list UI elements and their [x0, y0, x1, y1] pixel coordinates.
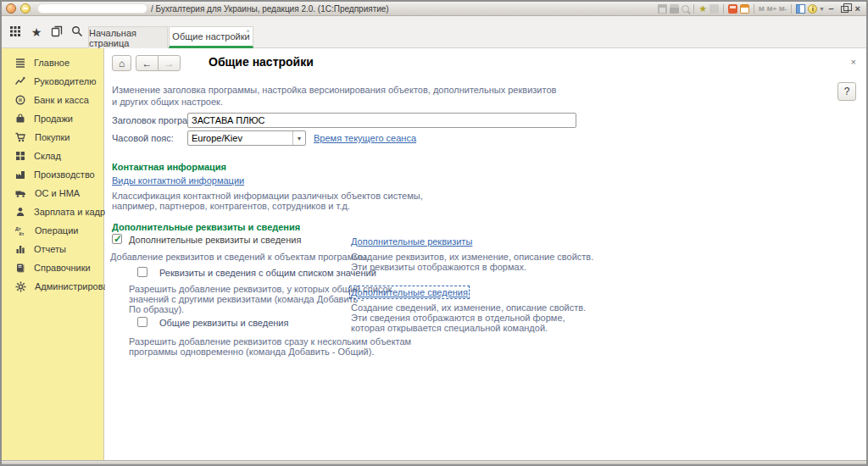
forward-arrow-icon: →	[164, 58, 175, 69]
page-description: Изменение заголовка программы, настройка…	[112, 84, 556, 108]
additional-attributes-desc: Создание реквизитов, их изменение, описа…	[351, 252, 593, 272]
common-attrs-checkbox[interactable]: ✓	[137, 317, 147, 327]
common-attrs-hint: Разрешить добавление реквизитов сразу к …	[129, 336, 411, 357]
back-arrow-icon: ←	[142, 58, 153, 69]
divider	[754, 4, 754, 14]
split-window-icon[interactable]	[796, 4, 805, 14]
calendar-icon[interactable]	[740, 4, 749, 14]
print-icon[interactable]	[670, 4, 679, 14]
search-icon[interactable]	[71, 25, 85, 39]
window-bottom-border	[2, 460, 866, 464]
sidebar-item-manager[interactable]: Руководителю	[2, 72, 104, 91]
timezone-dropdown-button[interactable]: ▾	[292, 131, 305, 145]
save-icon[interactable]	[658, 4, 667, 14]
memory-m-minus-button[interactable]: M-	[779, 5, 787, 13]
tab-strip: ★ Начальная страница Общие настройки ×	[2, 16, 866, 48]
timezone-value: Europe/Kiev	[188, 133, 292, 143]
tab-close-icon[interactable]: ×	[246, 28, 250, 35]
additional-attrs-checkbox-label: Дополнительные реквизиты и сведения	[129, 235, 301, 245]
additional-info-link[interactable]: Дополнительные сведения	[351, 287, 468, 297]
sidebar-item-administration[interactable]: Администрирование	[2, 277, 104, 296]
forward-button[interactable]: →	[158, 55, 181, 71]
window-title: / Бухгалтерия для Украины, редакция 2.0.…	[151, 4, 389, 14]
timezone-label: Часовой пояс:	[112, 133, 174, 143]
divider	[693, 4, 694, 14]
minimize-button[interactable]: –	[826, 4, 836, 14]
dropdown-caret-icon[interactable]: ▾	[820, 5, 823, 13]
organization-name-redacted	[37, 3, 147, 14]
svg-text:Кт: Кт	[19, 231, 25, 236]
divider	[791, 4, 792, 14]
contact-info-kinds-link[interactable]: Виды контактной информации	[112, 175, 244, 186]
calculator-icon[interactable]	[728, 4, 737, 14]
common-attrs-checkbox-label: Общие реквизиты и сведения	[159, 318, 288, 328]
additional-attrs-hint: Добавление реквизитов и сведений к объек…	[110, 252, 370, 262]
session-time-link[interactable]: Время текущего сеанса	[314, 133, 416, 143]
timezone-select[interactable]: Europe/Kiev ▾	[187, 130, 306, 146]
favorites-star-icon[interactable]: ★	[30, 25, 43, 39]
favorites-icon[interactable]: ★	[698, 4, 707, 14]
tab-label: Общие настройки	[172, 31, 249, 42]
sidebar-item-payroll-hr[interactable]: Зарплата и кадры	[2, 202, 104, 221]
sidebar-item-production[interactable]: Производство	[2, 165, 104, 184]
tab-home[interactable]: Начальная страница	[88, 26, 168, 48]
divider	[723, 4, 724, 14]
page-close-icon[interactable]: ×	[851, 57, 856, 67]
sidebar-item-purchases[interactable]: Покупки	[2, 128, 104, 147]
sidebar-item-fixed-assets[interactable]: ОС и НМА	[2, 184, 104, 202]
help-icon: ?	[844, 86, 850, 97]
system-menu-icon[interactable]	[20, 3, 31, 14]
restore-button[interactable]	[841, 6, 849, 13]
page-title: Общие настройки	[209, 55, 314, 69]
check-icon: ✓	[114, 235, 121, 243]
chevron-down-icon: ▾	[298, 135, 301, 142]
info-icon[interactable]: i	[808, 4, 817, 14]
program-title-input[interactable]	[187, 113, 576, 128]
memory-m-button[interactable]: M	[759, 5, 765, 13]
close-window-button[interactable]: ×	[853, 4, 863, 14]
main-area: Главное Руководителю Банк и касса Продаж…	[2, 48, 866, 460]
sidebar-item-sales[interactable]: Продажи	[2, 109, 104, 128]
home-icon: ⌂	[119, 58, 125, 69]
shared-values-checkbox-label: Реквизиты и сведения с общим списком зна…	[159, 268, 376, 278]
back-button[interactable]: ←	[136, 55, 159, 71]
settings-page: ⌂ ← → Общие настройки × ? Изменение заго…	[105, 48, 866, 460]
shared-values-checkbox[interactable]: ✓	[137, 267, 147, 277]
additional-attrs-checkbox[interactable]: ✓	[112, 234, 122, 244]
title-bar: / Бухгалтерия для Украины, редакция 2.0.…	[2, 2, 866, 16]
contact-info-hint: Классификация контактной информации разл…	[112, 191, 423, 211]
sidebar-item-reports[interactable]: Отчеты	[2, 240, 104, 258]
print-preview-icon[interactable]	[682, 5, 689, 13]
additional-attrs-heading: Дополнительные реквизиты и сведения	[112, 222, 300, 232]
sidebar-item-directories[interactable]: Справочники	[2, 258, 104, 277]
additional-info-desc: Создание сведений, их изменение, описани…	[351, 302, 586, 333]
sidebar: Главное Руководителю Банк и касса Продаж…	[2, 48, 104, 460]
recent-pages-icon[interactable]	[51, 25, 64, 39]
tab-label: Начальная страница	[89, 28, 167, 48]
additional-attributes-link[interactable]: Дополнительные реквизиты	[351, 236, 472, 247]
sidebar-item-operations[interactable]: ДтКт Операции	[2, 221, 104, 240]
home-button[interactable]: ⌂	[112, 55, 131, 71]
sidebar-item-warehouse[interactable]: Склад	[2, 147, 104, 165]
contact-info-heading: Контактная информация	[112, 162, 226, 172]
sidebar-item-main[interactable]: Главное	[2, 53, 104, 72]
history-icon[interactable]	[709, 4, 719, 14]
sidebar-item-bank-cash[interactable]: Банк и касса	[2, 91, 104, 109]
memory-m-plus-button[interactable]: M+	[767, 5, 776, 13]
tab-general-settings[interactable]: Общие настройки ×	[169, 26, 253, 48]
app-logo-icon[interactable]	[6, 3, 16, 14]
main-menu-grid-icon[interactable]	[9, 25, 23, 39]
help-button[interactable]: ?	[837, 82, 856, 101]
app-window: / Бухгалтерия для Украины, редакция 2.0.…	[0, 0, 868, 466]
